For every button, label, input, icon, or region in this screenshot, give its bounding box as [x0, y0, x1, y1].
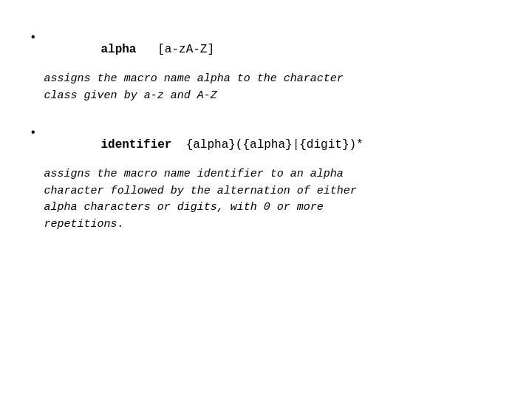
list-item-alpha: • alpha [a-zA-Z] assigns the macro name … [30, 30, 502, 104]
title-rest-alpha: [a-zA-Z] [136, 43, 214, 56]
list-item-identifier: • identifier {alpha}({alpha}|{digit})* a… [30, 125, 502, 233]
page: • alpha [a-zA-Z] assigns the macro name … [0, 0, 532, 399]
keyword-identifier: identifier [100, 138, 171, 151]
item-title-identifier: identifier {alpha}({alpha}|{digit})* [44, 125, 364, 165]
keyword-alpha: alpha [100, 43, 136, 56]
item-description-alpha: assigns the macro name alpha to the char… [44, 71, 344, 104]
item-content-alpha: alpha [a-zA-Z] assigns the macro name al… [44, 30, 344, 104]
title-rest-identifier: {alpha}({alpha}|{digit})* [171, 138, 363, 151]
item-description-identifier: assigns the macro name identifier to an … [44, 166, 364, 233]
bullet-identifier: • [30, 126, 37, 140]
item-content-identifier: identifier {alpha}({alpha}|{digit})* ass… [44, 125, 364, 233]
bullet-alpha: • [30, 31, 37, 44]
item-title-alpha: alpha [a-zA-Z] [44, 30, 344, 69]
